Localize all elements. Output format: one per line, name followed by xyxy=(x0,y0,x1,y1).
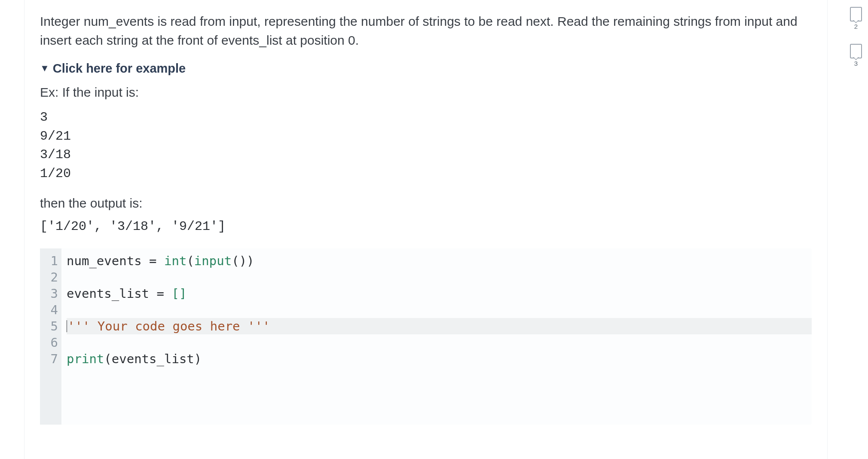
line-number: 4 xyxy=(40,302,58,318)
problem-statement: Integer num_events is read from input, r… xyxy=(40,12,809,49)
example-input-line: 1/20 xyxy=(40,166,71,181)
code-line[interactable] xyxy=(67,302,812,318)
code-line[interactable]: num_events = int(input()) xyxy=(67,253,812,269)
code-token: ()) xyxy=(232,254,254,268)
example-input-line: 3/18 xyxy=(40,147,71,162)
bookmark-icon xyxy=(850,44,862,58)
example-toggle[interactable]: ▼Click here for example xyxy=(40,61,812,76)
line-number: 7 xyxy=(40,351,58,367)
code-area[interactable]: num_events = int(input())events_list = [… xyxy=(40,248,812,367)
bookmark-sidebar: 2 3 xyxy=(850,7,862,67)
page-root: Integer num_events is read from input, r… xyxy=(0,0,868,459)
code-token: ''' Your code goes here ''' xyxy=(67,319,270,334)
bookmark-label: 3 xyxy=(854,60,858,67)
example-input-block: 3 9/21 3/18 1/20 xyxy=(40,108,812,183)
code-token: num_events xyxy=(67,254,149,268)
code-token: ( xyxy=(186,254,194,268)
line-number: 6 xyxy=(40,334,58,351)
code-token xyxy=(157,254,164,268)
code-line[interactable]: events_list = [] xyxy=(67,285,812,302)
chevron-down-icon: ▼ xyxy=(40,63,49,74)
bookmark-item[interactable]: 3 xyxy=(850,44,862,67)
example-then-label: then the output is: xyxy=(40,196,812,211)
code-token: [] xyxy=(171,286,186,301)
code-token: print xyxy=(67,352,104,366)
code-token xyxy=(164,286,171,301)
code-line[interactable]: ''' Your code goes here ''' xyxy=(67,318,812,334)
code-token: = xyxy=(149,254,156,268)
code-editor[interactable]: 1 2 3 4 5 6 7 num_events = int(input())e… xyxy=(40,248,812,425)
line-number: 5 xyxy=(40,318,58,334)
code-line[interactable] xyxy=(67,334,812,351)
example-input-line: 3 xyxy=(40,110,48,125)
example-input-line: 9/21 xyxy=(40,129,71,144)
code-token: = xyxy=(157,286,164,301)
line-number-gutter: 1 2 3 4 5 6 7 xyxy=(40,248,61,425)
code-token: int xyxy=(164,254,186,268)
example-output: ['1/20', '3/18', '9/21'] xyxy=(40,219,812,234)
bookmark-label: 2 xyxy=(854,23,858,30)
code-line[interactable] xyxy=(67,269,812,285)
line-number: 1 xyxy=(40,253,58,269)
line-number: 2 xyxy=(40,269,58,285)
code-token: events_list xyxy=(67,286,157,301)
example-toggle-label: Click here for example xyxy=(53,61,186,75)
code-line[interactable]: print(events_list) xyxy=(67,351,812,367)
bookmark-icon xyxy=(850,7,862,21)
exercise-card: Integer num_events is read from input, r… xyxy=(24,0,828,459)
code-token: input xyxy=(194,254,232,268)
example-input-lead: Ex: If the input is: xyxy=(40,85,812,100)
line-number: 3 xyxy=(40,285,58,302)
text-cursor xyxy=(67,320,67,332)
bookmark-item[interactable]: 2 xyxy=(850,7,862,30)
code-token: (events_list) xyxy=(104,352,202,366)
